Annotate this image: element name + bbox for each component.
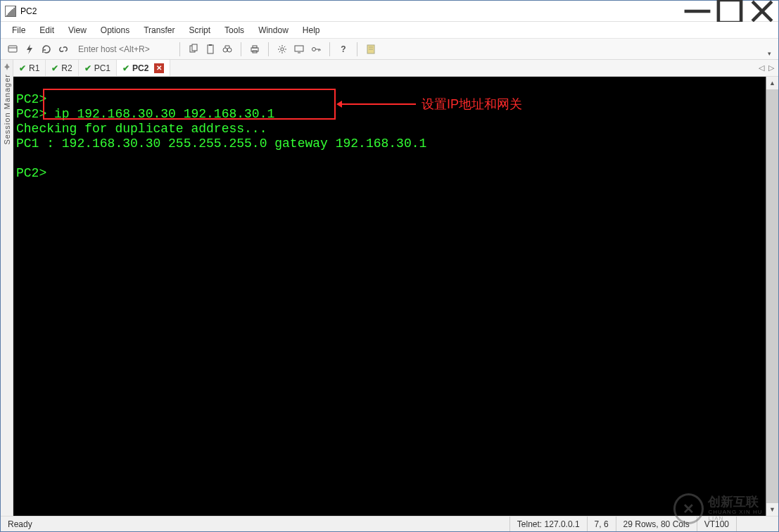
print-button[interactable] [247, 42, 262, 57]
session-icon [7, 44, 18, 55]
menu-transfer[interactable]: Transfer [137, 23, 182, 37]
app-window: PC2 File Edit View Options Transfer Scri… [0, 0, 779, 532]
paste-button[interactable] [203, 42, 218, 57]
terminal-scrollbar[interactable]: ▲ ▼ [766, 77, 778, 516]
svg-rect-4 [8, 46, 17, 52]
menu-file[interactable]: File [5, 23, 32, 37]
scroll-up-button[interactable]: ▲ [766, 77, 778, 89]
key-icon [310, 44, 322, 55]
lightning-icon [24, 44, 35, 55]
reconnect-icon [41, 44, 52, 55]
check-icon: ✔ [84, 63, 91, 73]
quick-connect-button[interactable] [22, 42, 37, 57]
help-button[interactable]: ? [336, 42, 351, 57]
reconnect-button[interactable] [39, 42, 54, 57]
check-icon: ✔ [122, 63, 129, 73]
session-tabs: ✔ R1 ✔ R2 ✔ PC1 ✔ PC2 ✕ ◁ ▷ [13, 60, 778, 77]
menu-window[interactable]: Window [251, 23, 296, 37]
gear-icon [277, 44, 288, 55]
tab-next-button[interactable]: ▷ [768, 63, 774, 72]
menu-help[interactable]: Help [296, 23, 327, 37]
svg-rect-16 [295, 46, 303, 51]
svg-point-10 [223, 48, 227, 52]
toolbar-separator [268, 42, 269, 56]
tab-pc2[interactable]: ✔ PC2 ✕ [117, 60, 170, 76]
tab-prev-button[interactable]: ◁ [759, 63, 764, 72]
monitor-icon [293, 44, 305, 55]
svg-rect-8 [208, 45, 213, 53]
annotation-arrow [338, 103, 416, 105]
toolbar-separator [179, 42, 180, 56]
maximize-button[interactable] [714, 1, 746, 21]
terminal-line: PC2> [16, 166, 46, 180]
check-icon: ✔ [51, 63, 58, 73]
menubar: File Edit View Options Transfer Script T… [1, 22, 778, 39]
monitor-button[interactable] [291, 42, 307, 57]
terminal-line: Checking for duplicate address... [16, 122, 267, 136]
tab-r2[interactable]: ✔ R2 [46, 60, 78, 76]
session-manager-panel-tab[interactable]: Session Manager [1, 60, 13, 516]
tab-label: PC1 [94, 63, 110, 73]
menu-view[interactable]: View [61, 23, 94, 37]
svg-rect-9 [209, 44, 212, 46]
toolbar: ? ▾ [1, 39, 778, 60]
status-extra [736, 517, 778, 531]
toolbar-separator [329, 42, 330, 56]
svg-point-11 [227, 48, 232, 52]
statusbar: Ready Telnet: 127.0.0.1 7, 6 29 Rows, 80… [1, 516, 778, 531]
status-size: 29 Rows, 80 Cols [616, 517, 697, 531]
paste-icon [205, 44, 216, 55]
copy-icon [188, 44, 199, 55]
minimize-button[interactable] [681, 1, 714, 21]
menu-edit[interactable]: Edit [32, 23, 61, 37]
app-icon [5, 6, 16, 17]
close-button[interactable] [746, 1, 778, 21]
scroll-track[interactable] [766, 89, 778, 503]
toolbar-separator [357, 42, 357, 56]
help-icon: ? [338, 44, 349, 55]
disconnect-button[interactable] [56, 42, 71, 57]
settings-button[interactable] [274, 42, 290, 57]
svg-rect-1 [718, 0, 741, 23]
script-button[interactable] [363, 42, 379, 57]
terminal-line: PC2> [16, 92, 46, 106]
find-button[interactable] [220, 42, 235, 57]
status-cursor: 7, 6 [587, 517, 616, 531]
host-input[interactable] [75, 42, 174, 56]
copy-button[interactable] [186, 42, 201, 57]
window-title: PC2 [20, 6, 37, 16]
tab-r1[interactable]: ✔ R1 [13, 60, 46, 76]
session-manager-button[interactable] [5, 42, 20, 57]
menu-tools[interactable]: Tools [217, 23, 251, 37]
tab-close-button[interactable]: ✕ [154, 63, 164, 73]
svg-point-18 [312, 47, 316, 51]
svg-rect-7 [192, 44, 197, 51]
toolbar-overflow[interactable]: ▾ [764, 42, 774, 57]
status-termtype: VT100 [697, 517, 736, 531]
terminal-area: PC2> PC2> ip 192.168.30.30 192.168.30.1 … [13, 77, 778, 516]
svg-point-15 [281, 47, 284, 50]
script-icon [365, 44, 376, 55]
svg-text:?: ? [341, 44, 346, 54]
session-manager-label: Session Manager [3, 74, 11, 145]
toolbar-separator [241, 42, 241, 56]
tab-pc1[interactable]: ✔ PC1 [79, 60, 117, 76]
key-button[interactable] [308, 42, 324, 57]
printer-icon [249, 44, 260, 55]
terminal-line: PC2> ip 192.168.30.30 192.168.30.1 [16, 107, 274, 121]
status-connection: Telnet: 127.0.0.1 [509, 517, 587, 531]
tab-label: R1 [29, 63, 39, 73]
menu-script[interactable]: Script [182, 23, 217, 37]
window-controls [681, 1, 778, 21]
disconnect-icon [58, 44, 69, 55]
menu-options[interactable]: Options [94, 23, 137, 37]
svg-rect-13 [253, 46, 257, 48]
binoculars-icon [222, 44, 233, 55]
check-icon: ✔ [19, 63, 26, 73]
tab-label: R2 [61, 63, 72, 73]
scroll-down-button[interactable]: ▼ [766, 503, 778, 516]
terminal[interactable]: PC2> PC2> ip 192.168.30.30 192.168.30.1 … [13, 77, 766, 516]
scroll-thumb[interactable] [766, 89, 778, 503]
status-ready: Ready [1, 517, 39, 531]
titlebar: PC2 [1, 1, 778, 22]
